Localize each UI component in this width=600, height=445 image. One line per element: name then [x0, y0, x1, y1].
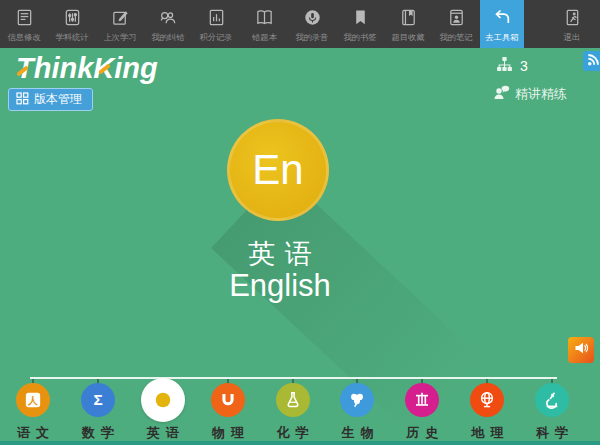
- org-chart-icon: [496, 57, 513, 75]
- toolbar-item-label: 我的录音: [295, 32, 328, 44]
- svg-text:人: 人: [27, 395, 38, 406]
- subject-label: 历史: [390, 424, 454, 442]
- subject-label: 科学: [520, 424, 584, 442]
- toolbar-spacer: [524, 0, 548, 48]
- app-window: 信息修改学科统计上次学习我的纠错积分记录错题本我的录音我的书签题目收藏我的笔记去…: [0, 0, 600, 445]
- rss-icon: [586, 52, 600, 71]
- subject-item-chinese[interactable]: 人语文: [1, 374, 65, 442]
- history-icon: [405, 383, 439, 417]
- toolbar-item-points-record[interactable]: 积分记录: [192, 0, 240, 48]
- toolbar-item-profile-edit[interactable]: 信息修改: [0, 0, 48, 48]
- subject-label: 化学: [261, 424, 325, 442]
- toolbar-item-label: 我的书签: [343, 32, 376, 44]
- my-corrections-icon: [159, 6, 178, 28]
- subject-item-science[interactable]: 科学: [520, 374, 584, 442]
- last-study-icon: [111, 6, 130, 28]
- subject-label: 物理: [196, 424, 260, 442]
- subject-badge-text: En: [252, 146, 303, 194]
- toolbar-item-my-recordings[interactable]: 我的录音: [288, 0, 336, 48]
- app-logo: ThinkKing: [16, 52, 158, 85]
- subject-item-geography[interactable]: 地理: [455, 374, 519, 442]
- toolbar-item-label: 退出: [564, 32, 581, 44]
- version-manage-label: 版本管理: [34, 91, 82, 108]
- toolbar-item-label: 上次学习: [103, 32, 136, 44]
- english-icon: [141, 378, 185, 422]
- toolbar-item-subject-stats[interactable]: 学科统计: [48, 0, 96, 48]
- top-toolbar: 信息修改学科统计上次学习我的纠错积分记录错题本我的录音我的书签题目收藏我的笔记去…: [0, 0, 600, 48]
- toolbar-item-label: 错题本: [252, 32, 277, 44]
- teacher-icon: [493, 84, 510, 103]
- toolbar-item-question-favorites[interactable]: 题目收藏: [384, 0, 432, 48]
- toolbar-item-my-bookmarks[interactable]: 我的书签: [336, 0, 384, 48]
- subject-stats-icon: [63, 6, 82, 28]
- toolbar-item-wrong-book[interactable]: 错题本: [240, 0, 288, 48]
- question-favorites-icon: [399, 6, 418, 28]
- chinese-icon: 人: [16, 383, 50, 417]
- grid-icon: [16, 92, 29, 108]
- speaker-icon: [573, 340, 589, 360]
- practice-link[interactable]: 精讲精练: [493, 84, 567, 103]
- exit-icon: [563, 6, 582, 28]
- subject-item-chemistry[interactable]: 化学: [261, 374, 325, 442]
- my-bookmarks-icon: [351, 6, 370, 28]
- member-count[interactable]: 3: [496, 57, 528, 75]
- subject-label: 地理: [455, 424, 519, 442]
- physics-icon: [211, 383, 245, 417]
- science-icon: [535, 383, 569, 417]
- biology-icon: [340, 383, 374, 417]
- subject-item-history[interactable]: 历史: [390, 374, 454, 442]
- toolbar-item-label: 去工具箱: [485, 32, 518, 44]
- subject-label: 语文: [1, 424, 65, 442]
- toolbar-item-last-study[interactable]: 上次学习: [96, 0, 144, 48]
- subject-item-physics[interactable]: 物理: [196, 374, 260, 442]
- rss-button[interactable]: [583, 51, 600, 71]
- subject-name-en: English: [229, 268, 331, 304]
- toolbar-item-exit[interactable]: 退出: [548, 0, 596, 48]
- subject-badge[interactable]: En: [227, 119, 329, 221]
- app-logo-text: ThinkKing: [16, 52, 158, 84]
- back-arrow-icon: [492, 6, 512, 28]
- toolbar-item-label: 积分记录: [199, 32, 232, 44]
- subject-name-cn: 英语: [238, 236, 322, 272]
- my-recordings-icon: [303, 6, 322, 28]
- points-record-icon: [207, 6, 226, 28]
- toolbar-item-label: 信息修改: [7, 32, 40, 44]
- svg-text:Σ: Σ: [93, 391, 102, 408]
- practice-label: 精讲精练: [515, 85, 567, 103]
- toolbar-item-back-arrow[interactable]: 去工具箱: [480, 0, 524, 48]
- toolbar-item-label: 我的笔记: [439, 32, 472, 44]
- geography-icon: [470, 383, 504, 417]
- version-manage-button[interactable]: 版本管理: [8, 88, 93, 111]
- subject-item-biology[interactable]: 生物: [325, 374, 389, 442]
- toolbar-item-label: 题目收藏: [391, 32, 424, 44]
- toolbar-item-my-corrections[interactable]: 我的纠错: [144, 0, 192, 48]
- member-count-value: 3: [520, 58, 528, 74]
- math-icon: Σ: [81, 383, 115, 417]
- my-notes-icon: [447, 6, 466, 28]
- subject-item-english[interactable]: 英语: [131, 374, 195, 442]
- subject-label: 英语: [131, 424, 195, 442]
- toolbar-item-label: 我的纠错: [151, 32, 184, 44]
- subject-label: 数学: [66, 424, 130, 442]
- wrong-book-icon: [255, 6, 274, 28]
- chemistry-icon: [276, 383, 310, 417]
- toolbar-item-my-notes[interactable]: 我的笔记: [432, 0, 480, 48]
- speaker-button[interactable]: [568, 337, 594, 363]
- profile-edit-icon: [15, 6, 34, 28]
- subject-item-math[interactable]: Σ数学: [66, 374, 130, 442]
- toolbar-item-label: 学科统计: [55, 32, 88, 44]
- subject-label: 生物: [325, 424, 389, 442]
- bottom-strip: [0, 441, 600, 445]
